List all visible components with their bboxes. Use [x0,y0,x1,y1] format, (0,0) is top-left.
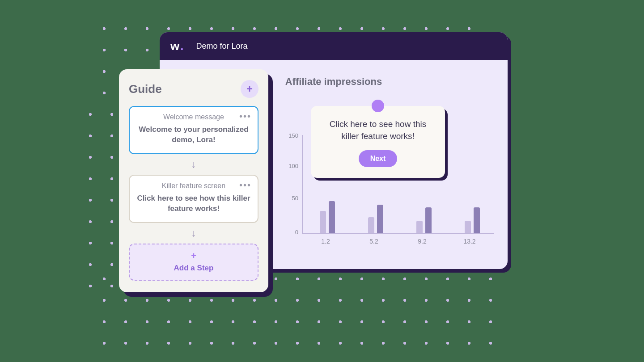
app-logo-dot: . [180,39,183,53]
callout-pin-icon [372,100,384,112]
chart-bar [329,201,335,233]
chart-y-axis [302,135,303,234]
chart-bar [377,205,383,233]
arrow-down-icon: ↓ [129,159,258,170]
window-titlebar: w. Demo for Lora [160,32,508,60]
callout-text: Click here to see how this killer featur… [323,118,432,142]
next-button[interactable]: Next [359,150,398,167]
chart-xlabel: 5.2 [363,238,385,245]
chart-bar [416,221,423,233]
chart-bar [465,221,471,233]
chart-ytick: 0 [284,229,298,236]
chart-xlabel: 1.2 [314,238,337,245]
add-button[interactable]: + [241,80,258,98]
guide-header: Guide + [129,80,258,98]
plus-icon: + [130,251,258,261]
feature-callout: Click here to see how this killer featur… [311,106,445,178]
window-title: Demo for Lora [196,42,247,51]
step-subtitle: Killer feature screen [137,182,250,190]
step-subtitle: Welcome message [137,113,250,121]
chart-bar [474,207,480,233]
add-step-button[interactable]: + Add a Step [129,244,258,281]
more-icon[interactable]: ••• [239,111,251,122]
more-icon[interactable]: ••• [239,180,251,190]
chart-xlabel: 9.2 [411,238,433,245]
chart-xlabel: 13.2 [458,238,481,245]
plus-icon: + [246,83,253,95]
guide-panel: Guide + ••• Welcome message Welcome to y… [119,69,268,292]
arrow-down-icon: ↓ [129,227,258,239]
chart-bar [320,211,326,233]
chart-ytick: 100 [284,163,298,169]
app-logo: w. [170,39,183,53]
chart-ytick: 50 [284,195,298,202]
chart-bar [425,207,432,233]
guide-title: Guide [129,82,162,96]
step-card-welcome[interactable]: ••• Welcome message Welcome to your pers… [129,106,258,154]
add-step-label: Add a Step [174,264,214,272]
step-body: Click here to see how this killer featur… [137,194,250,214]
chart-ytick: 150 [284,132,298,139]
step-card-feature[interactable]: ••• Killer feature screen Click here to … [129,175,258,223]
step-body: Welcome to your personalized demo, Lora! [137,125,250,145]
app-logo-text: w [170,39,179,53]
chart-bar [368,217,374,233]
